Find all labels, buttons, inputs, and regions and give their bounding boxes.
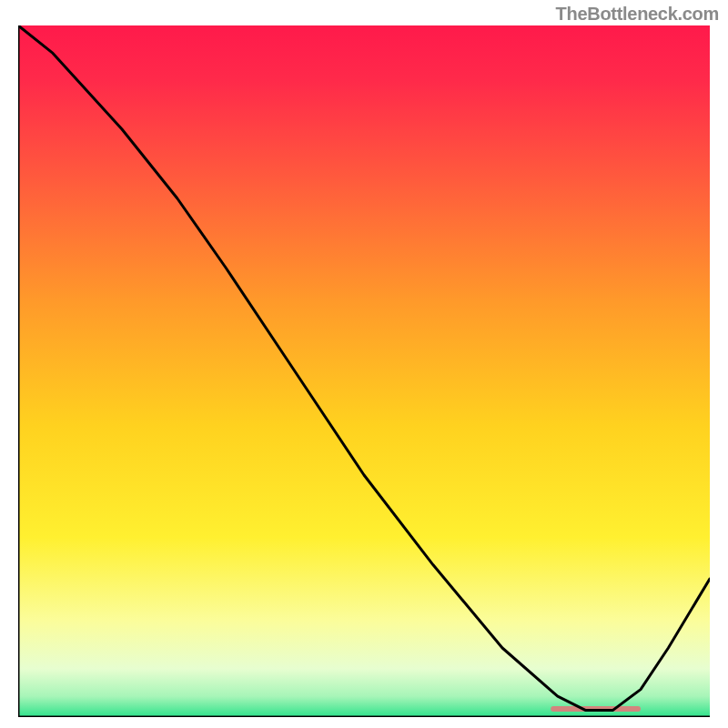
plot-area bbox=[18, 25, 710, 717]
chart-container: TheBottleneck.com bbox=[0, 0, 728, 728]
attribution-text: TheBottleneck.com bbox=[556, 4, 719, 25]
bottleneck-chart bbox=[18, 25, 710, 717]
